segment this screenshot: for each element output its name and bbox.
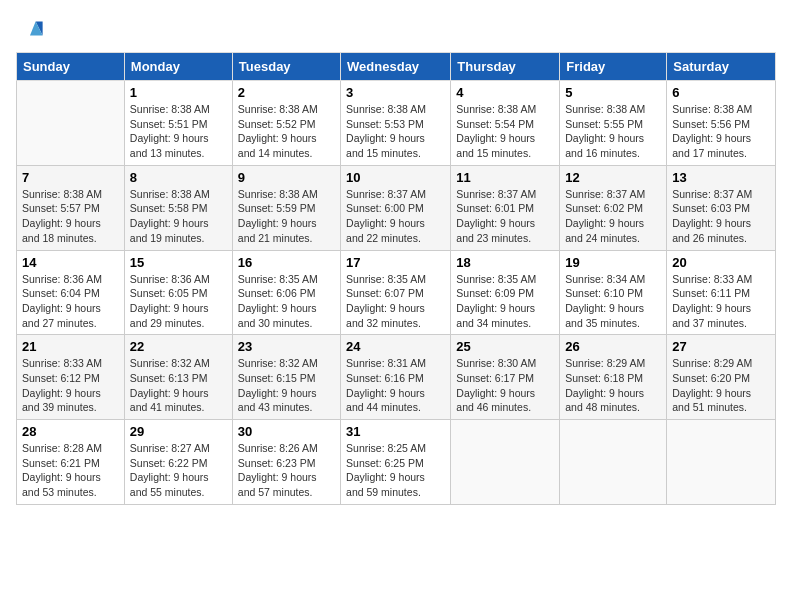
day-number: 11: [456, 170, 554, 185]
calendar-cell: 21Sunrise: 8:33 AMSunset: 6:12 PMDayligh…: [17, 335, 125, 420]
calendar-cell: 26Sunrise: 8:29 AMSunset: 6:18 PMDayligh…: [560, 335, 667, 420]
day-info: Sunrise: 8:37 AMSunset: 6:03 PMDaylight:…: [672, 187, 770, 246]
calendar-cell: [17, 81, 125, 166]
day-info: Sunrise: 8:37 AMSunset: 6:01 PMDaylight:…: [456, 187, 554, 246]
calendar-cell: 17Sunrise: 8:35 AMSunset: 6:07 PMDayligh…: [341, 250, 451, 335]
weekday-header-monday: Monday: [124, 53, 232, 81]
day-number: 27: [672, 339, 770, 354]
calendar-cell: 11Sunrise: 8:37 AMSunset: 6:01 PMDayligh…: [451, 165, 560, 250]
day-info: Sunrise: 8:38 AMSunset: 5:55 PMDaylight:…: [565, 102, 661, 161]
day-number: 20: [672, 255, 770, 270]
calendar-cell: 4Sunrise: 8:38 AMSunset: 5:54 PMDaylight…: [451, 81, 560, 166]
day-info: Sunrise: 8:25 AMSunset: 6:25 PMDaylight:…: [346, 441, 445, 500]
day-info: Sunrise: 8:38 AMSunset: 5:54 PMDaylight:…: [456, 102, 554, 161]
day-number: 7: [22, 170, 119, 185]
day-number: 12: [565, 170, 661, 185]
calendar-cell: 18Sunrise: 8:35 AMSunset: 6:09 PMDayligh…: [451, 250, 560, 335]
calendar-cell: 25Sunrise: 8:30 AMSunset: 6:17 PMDayligh…: [451, 335, 560, 420]
day-number: 17: [346, 255, 445, 270]
day-info: Sunrise: 8:38 AMSunset: 5:51 PMDaylight:…: [130, 102, 227, 161]
day-number: 24: [346, 339, 445, 354]
weekday-header-tuesday: Tuesday: [232, 53, 340, 81]
calendar-cell: 24Sunrise: 8:31 AMSunset: 6:16 PMDayligh…: [341, 335, 451, 420]
calendar-cell: 15Sunrise: 8:36 AMSunset: 6:05 PMDayligh…: [124, 250, 232, 335]
day-number: 29: [130, 424, 227, 439]
day-info: Sunrise: 8:36 AMSunset: 6:05 PMDaylight:…: [130, 272, 227, 331]
calendar-cell: 12Sunrise: 8:37 AMSunset: 6:02 PMDayligh…: [560, 165, 667, 250]
day-number: 22: [130, 339, 227, 354]
day-number: 9: [238, 170, 335, 185]
week-row-5: 28Sunrise: 8:28 AMSunset: 6:21 PMDayligh…: [17, 420, 776, 505]
day-info: Sunrise: 8:28 AMSunset: 6:21 PMDaylight:…: [22, 441, 119, 500]
weekday-header-saturday: Saturday: [667, 53, 776, 81]
weekday-header-wednesday: Wednesday: [341, 53, 451, 81]
day-number: 25: [456, 339, 554, 354]
day-number: 19: [565, 255, 661, 270]
day-number: 10: [346, 170, 445, 185]
day-info: Sunrise: 8:29 AMSunset: 6:18 PMDaylight:…: [565, 356, 661, 415]
calendar-cell: 1Sunrise: 8:38 AMSunset: 5:51 PMDaylight…: [124, 81, 232, 166]
day-number: 21: [22, 339, 119, 354]
day-info: Sunrise: 8:35 AMSunset: 6:06 PMDaylight:…: [238, 272, 335, 331]
calendar-cell: 31Sunrise: 8:25 AMSunset: 6:25 PMDayligh…: [341, 420, 451, 505]
day-info: Sunrise: 8:38 AMSunset: 5:58 PMDaylight:…: [130, 187, 227, 246]
day-info: Sunrise: 8:29 AMSunset: 6:20 PMDaylight:…: [672, 356, 770, 415]
weekday-header-friday: Friday: [560, 53, 667, 81]
day-number: 30: [238, 424, 335, 439]
calendar-cell: 10Sunrise: 8:37 AMSunset: 6:00 PMDayligh…: [341, 165, 451, 250]
day-number: 14: [22, 255, 119, 270]
day-info: Sunrise: 8:33 AMSunset: 6:12 PMDaylight:…: [22, 356, 119, 415]
day-number: 31: [346, 424, 445, 439]
calendar-cell: [451, 420, 560, 505]
day-number: 23: [238, 339, 335, 354]
calendar-cell: 19Sunrise: 8:34 AMSunset: 6:10 PMDayligh…: [560, 250, 667, 335]
day-number: 6: [672, 85, 770, 100]
calendar-cell: [560, 420, 667, 505]
day-number: 1: [130, 85, 227, 100]
calendar-table: SundayMondayTuesdayWednesdayThursdayFrid…: [16, 52, 776, 505]
week-row-4: 21Sunrise: 8:33 AMSunset: 6:12 PMDayligh…: [17, 335, 776, 420]
day-info: Sunrise: 8:38 AMSunset: 5:52 PMDaylight:…: [238, 102, 335, 161]
calendar-cell: 14Sunrise: 8:36 AMSunset: 6:04 PMDayligh…: [17, 250, 125, 335]
day-number: 16: [238, 255, 335, 270]
day-number: 5: [565, 85, 661, 100]
day-number: 2: [238, 85, 335, 100]
day-info: Sunrise: 8:30 AMSunset: 6:17 PMDaylight:…: [456, 356, 554, 415]
day-number: 28: [22, 424, 119, 439]
week-row-3: 14Sunrise: 8:36 AMSunset: 6:04 PMDayligh…: [17, 250, 776, 335]
header: [16, 16, 776, 44]
day-number: 3: [346, 85, 445, 100]
calendar-cell: 30Sunrise: 8:26 AMSunset: 6:23 PMDayligh…: [232, 420, 340, 505]
day-info: Sunrise: 8:33 AMSunset: 6:11 PMDaylight:…: [672, 272, 770, 331]
day-info: Sunrise: 8:34 AMSunset: 6:10 PMDaylight:…: [565, 272, 661, 331]
day-info: Sunrise: 8:32 AMSunset: 6:15 PMDaylight:…: [238, 356, 335, 415]
weekday-header-thursday: Thursday: [451, 53, 560, 81]
day-info: Sunrise: 8:31 AMSunset: 6:16 PMDaylight:…: [346, 356, 445, 415]
day-info: Sunrise: 8:36 AMSunset: 6:04 PMDaylight:…: [22, 272, 119, 331]
calendar-cell: 20Sunrise: 8:33 AMSunset: 6:11 PMDayligh…: [667, 250, 776, 335]
calendar-cell: 2Sunrise: 8:38 AMSunset: 5:52 PMDaylight…: [232, 81, 340, 166]
week-row-1: 1Sunrise: 8:38 AMSunset: 5:51 PMDaylight…: [17, 81, 776, 166]
logo: [16, 16, 48, 44]
calendar-cell: 22Sunrise: 8:32 AMSunset: 6:13 PMDayligh…: [124, 335, 232, 420]
calendar-cell: 3Sunrise: 8:38 AMSunset: 5:53 PMDaylight…: [341, 81, 451, 166]
day-number: 26: [565, 339, 661, 354]
day-number: 18: [456, 255, 554, 270]
day-info: Sunrise: 8:26 AMSunset: 6:23 PMDaylight:…: [238, 441, 335, 500]
calendar-cell: 6Sunrise: 8:38 AMSunset: 5:56 PMDaylight…: [667, 81, 776, 166]
calendar-cell: 7Sunrise: 8:38 AMSunset: 5:57 PMDaylight…: [17, 165, 125, 250]
day-info: Sunrise: 8:27 AMSunset: 6:22 PMDaylight:…: [130, 441, 227, 500]
calendar-cell: 8Sunrise: 8:38 AMSunset: 5:58 PMDaylight…: [124, 165, 232, 250]
day-info: Sunrise: 8:35 AMSunset: 6:07 PMDaylight:…: [346, 272, 445, 331]
week-row-2: 7Sunrise: 8:38 AMSunset: 5:57 PMDaylight…: [17, 165, 776, 250]
day-info: Sunrise: 8:37 AMSunset: 6:02 PMDaylight:…: [565, 187, 661, 246]
calendar-cell: 5Sunrise: 8:38 AMSunset: 5:55 PMDaylight…: [560, 81, 667, 166]
logo-icon: [16, 16, 44, 44]
day-info: Sunrise: 8:38 AMSunset: 5:53 PMDaylight:…: [346, 102, 445, 161]
weekday-header-sunday: Sunday: [17, 53, 125, 81]
calendar-cell: 28Sunrise: 8:28 AMSunset: 6:21 PMDayligh…: [17, 420, 125, 505]
calendar-cell: 27Sunrise: 8:29 AMSunset: 6:20 PMDayligh…: [667, 335, 776, 420]
weekday-header-row: SundayMondayTuesdayWednesdayThursdayFrid…: [17, 53, 776, 81]
day-info: Sunrise: 8:38 AMSunset: 5:59 PMDaylight:…: [238, 187, 335, 246]
day-info: Sunrise: 8:38 AMSunset: 5:57 PMDaylight:…: [22, 187, 119, 246]
